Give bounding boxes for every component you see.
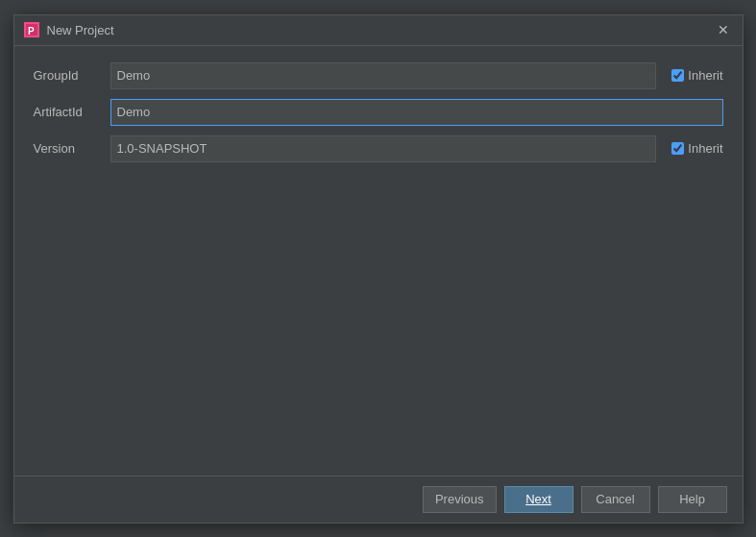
title-bar: P New Project ✕ [14, 15, 743, 46]
dialog-title: New Project [47, 23, 114, 37]
new-project-dialog: P New Project ✕ GroupId Inherit [13, 14, 744, 524]
groupid-inherit-label: Inherit [688, 68, 722, 83]
groupid-inherit-check: Inherit [671, 68, 722, 83]
groupid-label: GroupId [34, 68, 110, 83]
dialog-footer: Previous Next Cancel Help [14, 476, 743, 523]
content-spacer [34, 171, 723, 460]
previous-button[interactable]: Previous [423, 486, 497, 513]
title-bar-left: P New Project [24, 22, 114, 37]
groupid-input-group: Inherit [110, 62, 723, 89]
app-icon: P [24, 22, 39, 37]
next-button[interactable]: Next [504, 486, 573, 513]
version-label: Version [34, 141, 110, 156]
dialog-content: GroupId Inherit ArtifactId Version [14, 46, 743, 476]
version-inherit-checkbox[interactable] [671, 142, 684, 155]
dialog-overlay: P New Project ✕ GroupId Inherit [0, 0, 756, 537]
groupid-row: GroupId Inherit [34, 61, 723, 90]
artifactid-label: ArtifactId [34, 105, 110, 119]
version-input[interactable] [110, 135, 657, 162]
groupid-input[interactable] [110, 62, 657, 89]
artifactid-row: ArtifactId [34, 98, 723, 127]
version-input-group: Inherit [110, 135, 723, 162]
svg-text:P: P [28, 26, 35, 37]
cancel-button[interactable]: Cancel [581, 486, 650, 513]
artifactid-input-group [110, 99, 723, 126]
version-inherit-check: Inherit [671, 141, 722, 156]
close-button[interactable]: ✕ [714, 20, 733, 39]
groupid-inherit-checkbox[interactable] [671, 69, 684, 82]
version-row: Version Inherit [34, 134, 723, 163]
help-button[interactable]: Help [658, 486, 727, 513]
version-inherit-label: Inherit [688, 141, 722, 156]
artifactid-input[interactable] [110, 99, 723, 126]
